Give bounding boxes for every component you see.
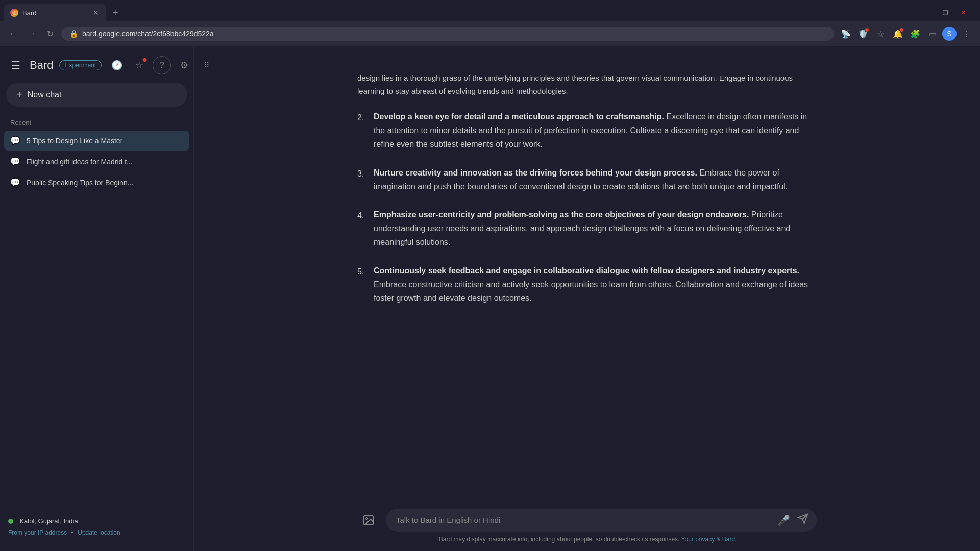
address-bar: ← → ↻ 🔒 bard.google.com/chat/2cf68bbc429… xyxy=(0,21,980,46)
response-intro: design lies in a thorough grasp of the u… xyxy=(357,71,817,97)
response-content: design lies in a thorough grasp of the u… xyxy=(357,71,817,305)
minimize-button[interactable]: — xyxy=(920,7,935,18)
update-location-link[interactable]: Update location xyxy=(78,529,120,536)
mic-button[interactable]: 🎤 xyxy=(775,512,792,529)
send-button[interactable] xyxy=(795,511,811,529)
chat-list: 💬 5 Tips to Design Like a Master 💬 Fligh… xyxy=(0,131,193,192)
bookmark-icon[interactable]: ☆ xyxy=(873,26,888,41)
chat-bubble-icon: 💬 xyxy=(10,136,20,145)
tab-title: Bard xyxy=(22,9,88,17)
history-icon[interactable]: 🕐 xyxy=(108,56,126,74)
location-dot xyxy=(8,519,13,524)
hamburger-button[interactable]: ☰ xyxy=(8,56,23,74)
chat-bubble-icon: 💬 xyxy=(10,178,20,187)
close-tab-button[interactable]: ✕ xyxy=(92,8,100,18)
tip-title: Develop a keen eye for detail and a meti… xyxy=(374,112,664,121)
new-browser-tab-button[interactable]: + xyxy=(108,5,122,21)
svg-point-1 xyxy=(366,518,368,519)
location-name: Kalol, Gujarat, India xyxy=(19,517,78,525)
tip-number: 4. xyxy=(357,208,368,249)
tip-item: 3. Nurture creativity and innovation as … xyxy=(357,166,817,193)
send-icon xyxy=(797,513,808,524)
from-ip-link[interactable]: From your IP address xyxy=(8,529,67,536)
input-row: 🎤 xyxy=(357,509,817,532)
url-bar[interactable]: 🔒 bard.google.com/chat/2cf68bbc429d522a xyxy=(61,27,834,41)
extensions-icon[interactable]: 🛡️ xyxy=(855,26,871,41)
disclaimer: Bard may display inaccurate info, includ… xyxy=(357,536,817,543)
tip-desc: Embrace constructive criticism and activ… xyxy=(374,280,808,303)
tab-bar: 🎨 Bard ✕ + — ❐ ✕ xyxy=(0,0,980,21)
browser-chrome: 🎨 Bard ✕ + — ❐ ✕ ← → ↻ 🔒 bard.google.com… xyxy=(0,0,980,46)
upload-icon xyxy=(362,514,375,527)
privacy-link[interactable]: Your privacy & Bard xyxy=(681,536,736,543)
chat-title: Public Speaking Tips for Beginn... xyxy=(27,179,133,187)
close-button[interactable]: ✕ xyxy=(957,7,970,18)
tip-number: 2. xyxy=(357,110,368,152)
toolbar-icons: 📡 🛡️ ☆ 🔔 🧩 ▭ S ⋮ xyxy=(838,26,974,41)
app-container: ☰ Bard Experiment 🕐 ☆ ? ⚙ ⠿ S + New chat… xyxy=(0,46,980,551)
sidebar: ☰ Bard Experiment 🕐 ☆ ? ⚙ ⠿ S + New chat… xyxy=(0,46,194,551)
main-content: design lies in a thorough grasp of the u… xyxy=(194,46,980,551)
active-tab[interactable]: 🎨 Bard ✕ xyxy=(4,4,106,21)
upload-button[interactable] xyxy=(357,509,380,532)
input-area: 🎤 Bard may display inaccurate info, incl… xyxy=(194,500,980,551)
chat-item[interactable]: 💬 5 Tips to Design Like a Master xyxy=(4,131,189,151)
url-text: bard.google.com/chat/2cf68bbc429d522a xyxy=(82,30,214,38)
tip-item: 5. Continuously seek feedback and engage… xyxy=(357,264,817,306)
star-icon[interactable]: ☆ xyxy=(130,56,149,74)
settings-icon[interactable]: ⚙ xyxy=(175,56,193,74)
tip-item: 2. Develop a keen eye for detail and a m… xyxy=(357,110,817,152)
chat-area[interactable]: design lies in a thorough grasp of the u… xyxy=(194,46,980,500)
lock-icon: 🔒 xyxy=(69,30,78,38)
puzzle-icon[interactable]: 🧩 xyxy=(908,26,923,41)
chat-item[interactable]: 💬 Flight and gift ideas for Madrid t... xyxy=(4,152,189,171)
recent-label: Recent xyxy=(0,115,193,131)
sidebar-footer: Kalol, Gujarat, India From your IP addre… xyxy=(0,508,193,545)
tip-body: Emphasize user-centricity and problem-so… xyxy=(374,208,817,249)
input-wrapper: 🎤 xyxy=(386,509,817,532)
chat-title: Flight and gift ideas for Madrid t... xyxy=(27,158,133,166)
disclaimer-text: Bard may display inaccurate info, includ… xyxy=(439,536,680,543)
tip-body: Continuously seek feedback and engage in… xyxy=(374,264,817,306)
chat-item[interactable]: 💬 Public Speaking Tips for Beginn... xyxy=(4,172,189,192)
back-button[interactable]: ← xyxy=(6,27,20,41)
bard-logo: Bard xyxy=(30,59,53,72)
tip-number: 3. xyxy=(357,166,368,193)
tip-title: Continuously seek feedback and engage in… xyxy=(374,266,799,275)
chat-bubble-icon: 💬 xyxy=(10,157,20,166)
tab-favicon: 🎨 xyxy=(10,9,18,17)
tip-title: Nurture creativity and innovation as the… xyxy=(374,168,697,177)
sidebar-toggle-icon[interactable]: ▭ xyxy=(925,26,940,41)
plus-icon: + xyxy=(16,89,22,101)
more-options-icon[interactable]: ⋮ xyxy=(959,26,974,41)
tip-body: Develop a keen eye for detail and a meti… xyxy=(374,110,817,152)
new-chat-button[interactable]: + New chat xyxy=(6,83,187,107)
separator: • xyxy=(71,529,74,536)
sidebar-header: ☰ Bard Experiment 🕐 ☆ ? ⚙ ⠿ S xyxy=(0,52,193,83)
chat-title: 5 Tips to Design Like a Master xyxy=(27,137,122,145)
maximize-button[interactable]: ❐ xyxy=(939,7,952,18)
apps-icon[interactable]: ⠿ xyxy=(198,56,216,74)
browser-profile[interactable]: S xyxy=(942,27,957,41)
new-chat-label: New chat xyxy=(28,90,62,99)
chat-input[interactable] xyxy=(386,509,817,532)
tip-body: Nurture creativity and innovation as the… xyxy=(374,166,817,193)
cast-icon[interactable]: 📡 xyxy=(838,26,853,41)
forward-button[interactable]: → xyxy=(24,27,39,41)
notification-icon[interactable]: 🔔 xyxy=(890,26,905,41)
reload-button[interactable]: ↻ xyxy=(43,27,57,41)
tip-title: Emphasize user-centricity and problem-so… xyxy=(374,210,749,219)
help-icon[interactable]: ? xyxy=(153,56,171,74)
experiment-badge: Experiment xyxy=(59,60,102,70)
window-controls: — ❐ ✕ xyxy=(920,7,976,18)
tip-number: 5. xyxy=(357,264,368,306)
tip-item: 4. Emphasize user-centricity and problem… xyxy=(357,208,817,249)
top-fade xyxy=(235,56,939,71)
